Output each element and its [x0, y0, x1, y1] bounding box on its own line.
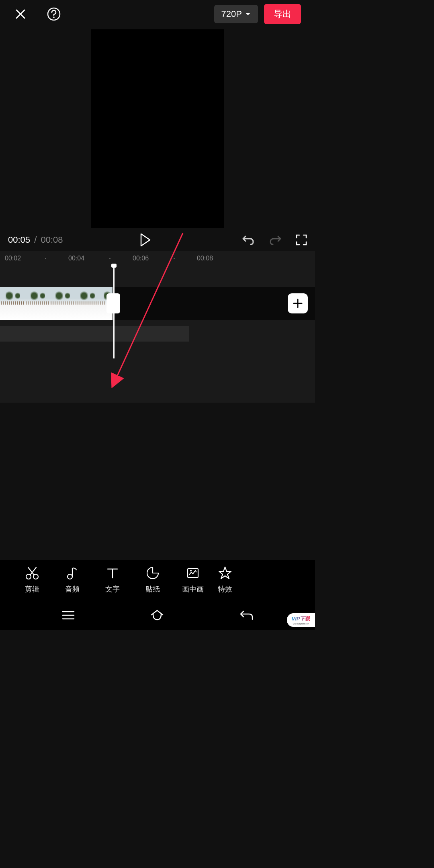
pip-icon [186, 566, 200, 580]
video-preview-frame[interactable] [91, 29, 224, 228]
ruler-mark: 00:02 [5, 255, 21, 262]
back-icon [240, 610, 253, 621]
playhead[interactable] [113, 266, 115, 358]
ruler-mark: 00:08 [197, 255, 213, 262]
tool-label: 特效 [218, 584, 232, 594]
tool-label: 剪辑 [25, 584, 39, 594]
watermark: VIP下载 viphuiyuan.cn [287, 613, 315, 627]
playback-controls: 00:05 / 00:08 [0, 229, 315, 251]
chevron-down-icon [245, 12, 251, 16]
playback-controls-right [242, 234, 307, 246]
tool-pip[interactable]: 画中画 [173, 566, 213, 594]
ruler-mark: 00:06 [133, 255, 149, 262]
video-preview-area [0, 28, 315, 229]
text-icon [105, 566, 120, 580]
video-track[interactable] [0, 287, 315, 320]
tool-label: 音频 [65, 584, 80, 594]
home-icon [150, 609, 164, 621]
svg-point-1 [53, 16, 55, 18]
close-button[interactable] [14, 8, 27, 20]
total-time: 00:08 [41, 235, 63, 245]
time-separator: / [34, 235, 37, 245]
help-button[interactable] [47, 7, 61, 21]
fullscreen-icon [296, 234, 307, 246]
sticker-icon [145, 566, 160, 580]
nav-menu-button[interactable] [62, 610, 75, 620]
resolution-label: 720P [221, 9, 242, 19]
resolution-selector[interactable]: 720P [214, 5, 258, 23]
tool-label: 文字 [105, 584, 120, 594]
header-bar: 720P 导出 [0, 0, 315, 28]
export-button[interactable]: 导出 [264, 4, 301, 24]
play-button[interactable] [139, 233, 151, 247]
plus-icon [293, 298, 303, 309]
menu-icon [62, 610, 75, 620]
tool-label: 贴纸 [145, 584, 160, 594]
empty-track-space [113, 287, 315, 320]
header-left [14, 7, 61, 21]
current-time: 00:05 [8, 235, 30, 245]
play-icon [139, 233, 151, 247]
toolbar: 剪辑 音频 文字 贴纸 画中画 特效 [0, 560, 315, 600]
tool-text[interactable]: 文字 [92, 566, 133, 594]
ruler-dot [45, 258, 46, 259]
star-icon [218, 566, 232, 580]
close-icon [14, 8, 27, 20]
ruler-dot [174, 258, 175, 259]
redo-button[interactable] [269, 234, 282, 246]
undo-icon [242, 234, 255, 246]
nav-home-button[interactable] [150, 609, 164, 621]
ruler-mark: 00:04 [68, 255, 84, 262]
tool-audio[interactable]: 音频 [52, 566, 92, 594]
help-icon [47, 7, 61, 21]
video-clip[interactable] [0, 287, 113, 320]
timeline-ruler[interactable]: 00:02 00:04 00:06 00:08 [0, 251, 315, 266]
music-icon [65, 566, 80, 580]
svg-point-7 [190, 570, 192, 571]
system-nav-bar [0, 600, 315, 630]
tool-sticker[interactable]: 贴纸 [133, 566, 173, 594]
tool-effects[interactable]: 特效 [213, 566, 237, 594]
redo-icon [269, 234, 282, 246]
fullscreen-button[interactable] [296, 234, 307, 246]
tool-edit[interactable]: 剪辑 [12, 566, 52, 594]
undo-button[interactable] [242, 234, 255, 246]
header-right: 720P 导出 [214, 4, 301, 24]
audio-track[interactable] [0, 326, 189, 342]
svg-rect-6 [188, 569, 198, 577]
watermark-site: viphuiyuan.cn [293, 622, 309, 625]
timeline-area[interactable] [0, 266, 315, 403]
time-display: 00:05 / 00:08 [8, 235, 63, 245]
nav-back-button[interactable] [240, 610, 253, 621]
add-clip-button[interactable] [288, 293, 308, 313]
export-label: 导出 [274, 9, 291, 19]
ruler-dot [109, 258, 111, 259]
watermark-brand: VIP下载 [292, 615, 311, 622]
scissors-icon [25, 566, 39, 580]
svg-point-5 [68, 574, 72, 579]
tool-label: 画中画 [182, 584, 204, 594]
